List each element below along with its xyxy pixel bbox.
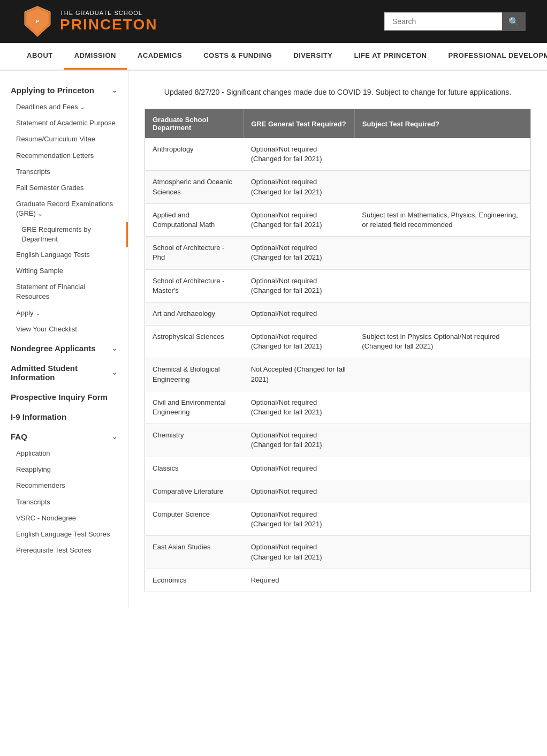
sidebar-item-faq-vsrc[interactable]: VSRC - Nondegree <box>0 510 128 526</box>
cell-general: Required <box>244 569 355 592</box>
cell-dept: Chemical & Biological Engineering <box>145 358 244 391</box>
sidebar-admitted[interactable]: Admitted Student Information ⌄ <box>0 359 128 386</box>
nav-admission[interactable]: ADMISSION <box>64 43 127 70</box>
sidebar-section-i9: I-9 Information <box>0 408 128 426</box>
cell-subject <box>354 171 530 203</box>
cell-general: Optional/Not required (Changed for fall … <box>244 171 355 203</box>
sidebar-item-faq-reapplying[interactable]: Reapplying <box>0 462 128 478</box>
table-row: Art and Archaeology Optional/Not require… <box>145 302 531 325</box>
cell-dept: Comparative Literature <box>145 480 244 503</box>
sidebar-applying-to-princeton[interactable]: Applying to Princeton ⌄ <box>0 81 128 99</box>
sidebar-item-fall-grades[interactable]: Fall Semester Grades <box>0 180 128 196</box>
sidebar-item-apply[interactable]: Apply ⌄ <box>0 305 128 321</box>
cell-dept: School of Architecture - Master's <box>145 269 244 302</box>
sidebar-item-gre-by-dept[interactable]: GRE Requirements by Department <box>0 222 128 247</box>
nav-diversity[interactable]: DIVERSITY <box>283 43 343 70</box>
cell-subject <box>354 536 530 569</box>
logo-princeton: PRINCETON <box>60 16 157 33</box>
col-header-general: GRE General Test Required? <box>244 109 355 139</box>
sidebar-i9[interactable]: I-9 Information <box>0 408 128 426</box>
sidebar-item-resume[interactable]: Resume/Curriculum Vitae <box>0 131 128 147</box>
table-row: School of Architecture - Phd Optional/No… <box>145 237 531 269</box>
table-row: Applied and Computational Math Optional/… <box>145 203 531 236</box>
sidebar-faq[interactable]: FAQ ⌄ <box>0 428 128 445</box>
cell-subject <box>354 391 530 424</box>
cell-dept: Art and Archaeology <box>145 302 244 325</box>
cell-subject <box>354 424 530 457</box>
sidebar-nondegree[interactable]: Nondegree Applicants ⌄ <box>0 339 128 357</box>
cell-dept: Astrophysical Sciences <box>145 326 244 358</box>
cell-general: Optional/Not required <box>244 480 355 503</box>
cell-dept: Economics <box>145 569 244 592</box>
sidebar-section-prospective: Prospective Inquiry Form <box>0 388 128 406</box>
nav-academics[interactable]: ACADEMICS <box>127 43 193 70</box>
sidebar-item-academic-purpose[interactable]: Statement of Academic Purpose <box>0 115 128 131</box>
cell-subject <box>354 138 530 171</box>
cell-subject <box>354 237 530 269</box>
search-area: 🔍 <box>384 12 526 31</box>
sidebar-section-applying: Applying to Princeton ⌄ Deadlines and Fe… <box>0 81 128 337</box>
sidebar-section-faq: FAQ ⌄ Application Reapplying Recommender… <box>0 428 128 558</box>
table-row: Atmospheric and Oceanic Sciences Optiona… <box>145 171 531 203</box>
cell-dept: School of Architecture - Phd <box>145 237 244 269</box>
cell-dept: Classics <box>145 457 244 480</box>
nav-life-princeton[interactable]: LIFE AT PRINCETON <box>343 43 437 70</box>
cell-dept: Computer Science <box>145 503 244 535</box>
sidebar-item-writing-sample[interactable]: Writing Sample <box>0 263 128 279</box>
sidebar-item-faq-transcripts[interactable]: Transcripts <box>0 494 128 510</box>
sidebar-item-faq-prereq[interactable]: Prerequisite Test Scores <box>0 542 128 558</box>
chevron-down-icon: ⌄ <box>112 87 117 94</box>
cell-general: Optional/Not required <box>244 457 355 480</box>
cell-subject <box>354 457 530 480</box>
table-row: Civil and Environmental Engineering Opti… <box>145 391 531 424</box>
sidebar-item-faq-elt[interactable]: English Language Test Scores <box>0 526 128 542</box>
sidebar-item-faq-application[interactable]: Application <box>0 445 128 462</box>
sidebar: Applying to Princeton ⌄ Deadlines and Fe… <box>0 71 128 608</box>
table-row: Comparative Literature Optional/Not requ… <box>145 480 531 503</box>
chevron-down-icon: ⌄ <box>112 369 117 376</box>
update-notice: Updated 8/27/20 - Significant changes ma… <box>145 87 531 98</box>
cell-dept: Applied and Computational Math <box>145 203 244 236</box>
cell-dept: East Asian Studies <box>145 536 244 569</box>
search-input[interactable] <box>384 12 502 31</box>
col-header-subject: Subject Test Required? <box>354 109 530 139</box>
table-row: Chemical & Biological Engineering Not Ac… <box>145 358 531 391</box>
sidebar-item-english-tests[interactable]: English Language Tests <box>0 247 128 263</box>
main-nav: ABOUT ADMISSION ACADEMICS COSTS & FUNDIN… <box>0 43 547 71</box>
sidebar-item-recommendation[interactable]: Recommendation Letters <box>0 148 128 164</box>
cell-subject <box>354 358 530 391</box>
chevron-down-icon: ⌄ <box>37 210 43 217</box>
cell-general: Optional/Not required (Changed for fall … <box>244 203 355 236</box>
nav-costs-funding[interactable]: COSTS & FUNDING <box>193 43 283 70</box>
cell-subject <box>354 569 530 592</box>
cell-dept: Anthropology <box>145 138 244 171</box>
cell-general: Optional/Not required (Changed for fall … <box>244 269 355 302</box>
table-row: East Asian Studies Optional/Not required… <box>145 536 531 569</box>
table-row: Classics Optional/Not required <box>145 457 531 480</box>
svg-text:P: P <box>36 19 39 24</box>
table-row: School of Architecture - Master's Option… <box>145 269 531 302</box>
table-header-row: Graduate School Department GRE General T… <box>145 109 531 139</box>
sidebar-prospective[interactable]: Prospective Inquiry Form <box>0 388 128 406</box>
search-button[interactable]: 🔍 <box>502 12 526 31</box>
sidebar-item-deadlines-fees[interactable]: Deadlines and Fees ⌄ <box>0 99 128 115</box>
sidebar-item-gre[interactable]: Graduate Record Examinations (GRE) ⌄ <box>0 196 128 222</box>
logo-area: P THE GRADUATE SCHOOL PRINCETON <box>21 5 157 37</box>
sidebar-item-checklist[interactable]: View Your Checklist <box>0 321 128 337</box>
sidebar-item-financial-resources[interactable]: Statement of Financial Resources <box>0 279 128 305</box>
cell-dept: Chemistry <box>145 424 244 457</box>
main-content: Updated 8/27/20 - Significant changes ma… <box>128 71 547 608</box>
cell-general: Optional/Not required (Changed for fall … <box>244 424 355 457</box>
nav-professional-development[interactable]: PROFESSIONAL DEVELOPMENT <box>437 43 547 70</box>
cell-dept: Civil and Environmental Engineering <box>145 391 244 424</box>
cell-general: Not Accepted (Changed for fall 2021) <box>244 358 355 391</box>
cell-general: Optional/Not required (Changed for fall … <box>244 138 355 171</box>
sidebar-item-transcripts[interactable]: Transcripts <box>0 164 128 180</box>
table-row: Astrophysical Sciences Optional/Not requ… <box>145 326 531 358</box>
sidebar-item-faq-recommenders[interactable]: Recommenders <box>0 478 128 494</box>
cell-general: Optional/Not required (Changed for fall … <box>244 326 355 358</box>
cell-general: Optional/Not required (Changed for fall … <box>244 237 355 269</box>
logo-text: THE GRADUATE SCHOOL PRINCETON <box>60 10 157 33</box>
nav-about[interactable]: ABOUT <box>16 43 64 70</box>
cell-dept: Atmospheric and Oceanic Sciences <box>145 171 244 203</box>
